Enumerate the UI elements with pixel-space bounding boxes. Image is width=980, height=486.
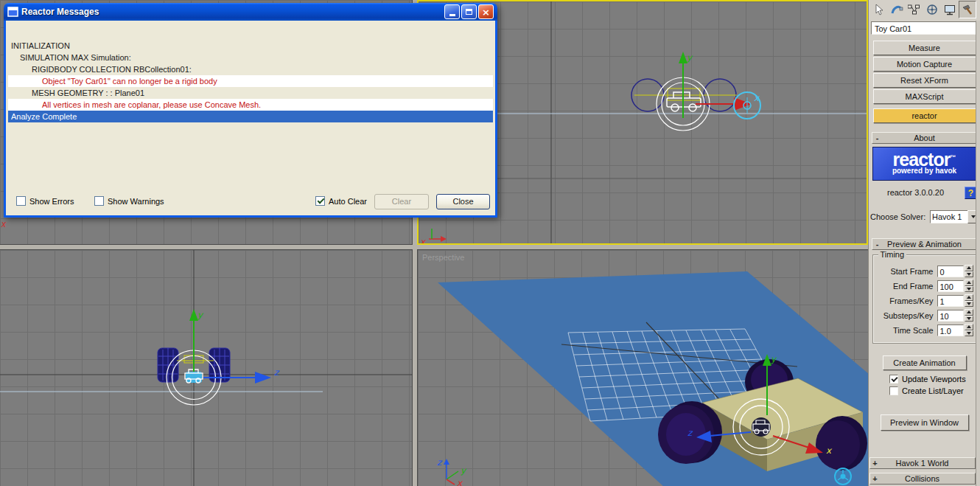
start-frame-label: Start Frame	[876, 267, 937, 276]
axis-y-label: y	[461, 465, 467, 476]
tab-utilities[interactable]	[959, 1, 976, 18]
command-panel-tabs	[869, 0, 980, 19]
viewport-bottom-left[interactable]: y z	[0, 249, 413, 486]
time-scale-field[interactable]: 1.0	[937, 324, 964, 336]
update-viewports-checkbox[interactable]: Update Viewports	[889, 375, 980, 383]
create-list-layer-label: Create List/Layer	[902, 386, 964, 395]
message-row[interactable]: INITIALIZATION	[8, 40, 493, 52]
update-viewports-label: Update Viewports	[902, 375, 966, 383]
toy-car-front-wireframe[interactable]	[631, 79, 737, 111]
measure-button[interactable]: Measure	[873, 41, 976, 55]
dialog-titlebar[interactable]: Reactor Messages ×	[4, 3, 497, 21]
reactor-version: reactor 3.0.0.20	[870, 188, 961, 197]
modify-icon	[890, 3, 903, 16]
create-list-layer-checkbox[interactable]: Create List/Layer	[889, 386, 980, 395]
move-gizmo-y-axis[interactable]: y	[189, 309, 204, 372]
show-errors-label: Show Errors	[29, 197, 74, 206]
perspective-viewport-drawing: y z x z y x	[418, 250, 869, 486]
message-row-error[interactable]: Object "Toy Car01" can no longer be a ri…	[8, 75, 493, 87]
solver-dropdown[interactable]: Havok 1	[930, 210, 979, 223]
end-frame-spinner[interactable]	[965, 280, 973, 292]
auto-clear-label: Auto Clear	[329, 197, 367, 206]
expand-icon: +	[870, 474, 881, 483]
end-frame-field[interactable]: 100	[937, 280, 964, 292]
display-monitor-icon	[943, 3, 956, 16]
window-icon	[7, 7, 18, 17]
message-row-selected[interactable]: Analyze Complete	[8, 111, 493, 122]
frames-key-field[interactable]: 1	[937, 295, 964, 307]
substeps-key-spinner[interactable]	[965, 309, 973, 322]
frames-key-label: Frames/Key	[876, 296, 937, 305]
3dsmax-window: { "viewports": { "front": "Front", "pers…	[0, 0, 980, 486]
timing-group: Timing Start Frame 0 End Frame 100 Frame…	[872, 254, 977, 344]
time-scale-label: Time Scale	[876, 326, 937, 335]
axis-x-label: x	[457, 478, 463, 486]
motion-capture-button[interactable]: Motion Capture	[873, 57, 976, 72]
tab-display[interactable]	[941, 1, 959, 18]
message-list[interactable]: INITIALIZATION SIMULATION MAX Simulation…	[8, 40, 493, 122]
message-row-error[interactable]: All vertices in mesh are coplanar, pleas…	[8, 99, 493, 111]
expand-icon: +	[870, 459, 881, 468]
reactor-logo: reactor™ powered by havok	[872, 147, 977, 181]
message-row[interactable]: SIMULATION MAX Simulation:	[8, 52, 493, 63]
reactor-messages-dialog: Reactor Messages × INITIALIZATION SIMULA…	[4, 3, 497, 218]
timing-row: Frames/Key 1	[876, 294, 973, 307]
show-errors-checkbox[interactable]: Show Errors	[16, 196, 74, 206]
message-row[interactable]: MESH GEOMETRY : : Plane01	[8, 87, 493, 99]
maxscript-button[interactable]: MAXScript	[873, 89, 976, 104]
reactor-button[interactable]: reactor	[873, 108, 976, 123]
auto-clear-checkbox[interactable]: Auto Clear	[315, 196, 367, 206]
tab-hierarchy[interactable]	[906, 1, 923, 18]
trademark-symbol: ™	[950, 154, 956, 161]
about-rollout-header[interactable]: - About	[872, 132, 978, 144]
choose-solver-label: Choose Solver:	[870, 212, 930, 221]
timing-row: Start Frame 0	[876, 265, 973, 277]
close-button[interactable]: Close	[436, 194, 490, 209]
close-icon[interactable]: ×	[478, 4, 494, 19]
axis-y-label: y	[197, 310, 204, 320]
maximize-button[interactable]	[461, 4, 477, 19]
object-name-field[interactable]: Toy Car01	[871, 21, 978, 35]
axis-x-label: x	[1, 219, 6, 229]
start-frame-field[interactable]: 0	[937, 265, 964, 277]
tab-create[interactable]	[870, 1, 888, 18]
viewport-perspective[interactable]: Perspective	[417, 249, 868, 486]
hierarchy-icon	[908, 3, 921, 16]
axis-z-label: z	[437, 457, 443, 468]
select-arrow-icon	[872, 3, 886, 16]
preview-in-window-button[interactable]: Preview in Window	[881, 414, 969, 431]
preview-animation-rollout-label: Preview & Animation	[883, 240, 967, 249]
axis-y-label: y	[687, 52, 693, 63]
clear-button[interactable]: Clear	[374, 194, 429, 209]
timing-row: Substeps/Key 10	[876, 309, 973, 322]
show-warnings-checkbox[interactable]: Show Warnings	[94, 196, 164, 206]
solver-value: Havok 1	[930, 210, 967, 223]
tab-modify[interactable]	[888, 1, 906, 18]
substeps-key-label: Substeps/Key	[876, 311, 937, 320]
end-frame-label: End Frame	[876, 282, 937, 291]
time-scale-spinner[interactable]	[965, 324, 973, 336]
preview-animation-rollout-header[interactable]: - Preview & Animation	[872, 238, 978, 250]
reset-xform-button[interactable]: Reset XForm	[873, 73, 976, 88]
collapse-icon: -	[872, 133, 883, 142]
move-gizmo-y-axis[interactable]: y	[679, 52, 693, 118]
reactor-collision-icon[interactable]	[835, 468, 851, 485]
havok-world-rollout-header[interactable]: + Havok 1 World	[869, 457, 976, 469]
viewport-axis-tripod: x	[420, 229, 447, 243]
minimize-button[interactable]	[444, 4, 460, 19]
timing-row: Time Scale 1.0	[876, 324, 973, 336]
tab-motion[interactable]	[923, 1, 941, 18]
collisions-rollout-header[interactable]: + Collisions	[869, 473, 976, 485]
start-frame-spinner[interactable]	[965, 265, 973, 277]
wheel-mesh-left	[158, 348, 178, 382]
dialog-title: Reactor Messages	[21, 7, 444, 17]
panel-scrollbar[interactable]	[976, 21, 980, 486]
motion-wheel-icon	[925, 3, 939, 16]
axis-z-label: z	[274, 367, 280, 378]
timing-group-label: Timing	[878, 250, 907, 259]
substeps-key-field[interactable]: 10	[937, 310, 964, 322]
create-animation-button[interactable]: Create Animation	[883, 355, 967, 370]
message-row[interactable]: RIGIDBODY COLLECTION RBCollection01:	[8, 63, 493, 75]
dialog-body: INITIALIZATION SIMULATION MAX Simulation…	[4, 21, 497, 218]
frames-key-spinner[interactable]	[965, 294, 973, 307]
